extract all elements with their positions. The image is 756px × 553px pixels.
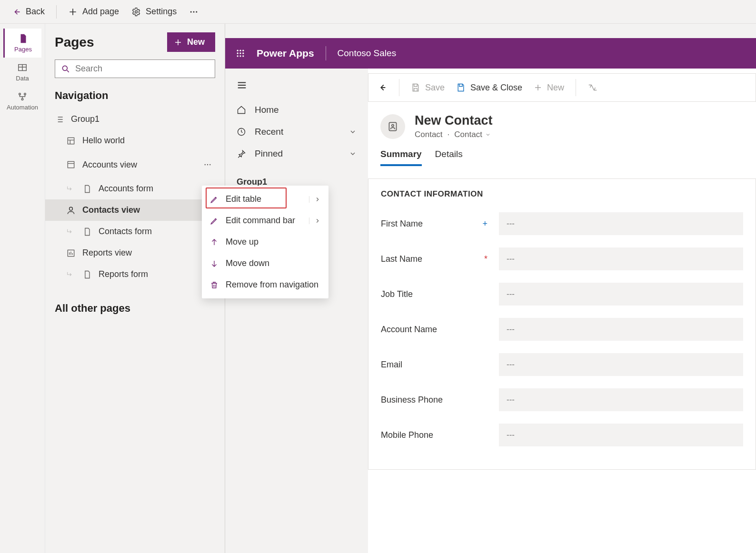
cm-edit-command-bar[interactable]: Edit command bar bbox=[202, 210, 328, 231]
pages-panel: Pages New Navigation Group1 Hello world … bbox=[45, 24, 225, 553]
sb-label: Home bbox=[255, 105, 279, 115]
person-icon bbox=[387, 120, 399, 133]
settings-button[interactable]: Settings bbox=[127, 4, 181, 20]
svg-point-6 bbox=[24, 93, 26, 95]
job-title-input[interactable] bbox=[499, 283, 743, 306]
chevron-right-icon bbox=[309, 217, 321, 224]
chevron-down-icon bbox=[349, 128, 357, 136]
nav-tree: Group1 Hello world Accounts view Acco bbox=[45, 109, 225, 285]
field-label: Business Phone bbox=[381, 395, 490, 405]
waffle-icon[interactable] bbox=[236, 49, 245, 58]
sub-indent-icon bbox=[66, 228, 74, 236]
cm-move-up[interactable]: Move up bbox=[202, 231, 328, 253]
mobile-phone-input[interactable] bbox=[499, 424, 743, 446]
chevron-down-icon bbox=[349, 150, 357, 158]
navigation-section-title: Navigation bbox=[45, 89, 225, 109]
field-label: Email bbox=[381, 360, 490, 370]
nav-item-hello-world[interactable]: Hello world bbox=[45, 130, 225, 151]
form-icon bbox=[82, 227, 92, 237]
cm-label: Remove from navigation bbox=[226, 280, 318, 290]
plus-icon bbox=[174, 38, 182, 47]
nav-item-more[interactable] bbox=[200, 157, 215, 172]
svg-point-20 bbox=[239, 52, 241, 54]
arrow-down-icon bbox=[209, 259, 219, 268]
svg-point-0 bbox=[135, 10, 138, 13]
new-page-button[interactable]: New bbox=[167, 32, 215, 52]
svg-point-1 bbox=[190, 11, 192, 12]
clock-icon bbox=[237, 127, 246, 137]
field-first-name: First Name + bbox=[381, 212, 743, 235]
cm-edit-table[interactable]: Edit table bbox=[202, 188, 328, 210]
svg-point-23 bbox=[239, 55, 241, 57]
email-input[interactable] bbox=[499, 353, 743, 376]
search-input-wrapper[interactable] bbox=[55, 59, 215, 78]
chevron-down-icon bbox=[485, 132, 491, 138]
first-name-input[interactable] bbox=[499, 212, 743, 235]
recommended-marker: + bbox=[482, 219, 487, 229]
top-toolbar: Back Add page Settings bbox=[0, 0, 756, 24]
record-entity: Contact bbox=[415, 130, 443, 139]
flow-icon bbox=[17, 91, 28, 102]
sub-indent-icon bbox=[66, 185, 74, 193]
cmd-save-close[interactable]: Save & Close bbox=[456, 83, 522, 93]
sb-label: Pinned bbox=[255, 148, 283, 159]
sb-home[interactable]: Home bbox=[225, 99, 368, 121]
pencil-icon bbox=[209, 195, 219, 204]
pin-icon bbox=[237, 149, 246, 158]
rail-data[interactable]: Data bbox=[3, 58, 41, 87]
cm-move-down[interactable]: Move down bbox=[202, 253, 328, 274]
search-icon bbox=[61, 64, 70, 74]
rail-pages[interactable]: Pages bbox=[3, 29, 41, 58]
cmd-divider bbox=[576, 79, 576, 96]
nav-item-contacts-view[interactable]: Contacts view bbox=[45, 199, 225, 221]
record-header: New Contact Contact · Contact bbox=[368, 110, 756, 139]
account-name-input[interactable] bbox=[499, 318, 743, 341]
last-name-input[interactable] bbox=[499, 247, 743, 270]
field-mobile-phone: Mobile Phone bbox=[381, 424, 743, 446]
table-icon bbox=[17, 62, 28, 73]
cm-remove[interactable]: Remove from navigation bbox=[202, 274, 328, 296]
label-text: First Name bbox=[381, 219, 423, 228]
pencil-icon bbox=[209, 216, 219, 226]
home-icon bbox=[237, 105, 246, 115]
rail-data-label: Data bbox=[16, 75, 29, 82]
record-sep: · bbox=[448, 130, 450, 139]
list-icon bbox=[55, 115, 64, 124]
flow-icon bbox=[587, 82, 598, 93]
nav-group[interactable]: Group1 bbox=[45, 109, 225, 130]
plus-icon bbox=[68, 7, 78, 17]
cmd-flow[interactable] bbox=[587, 82, 598, 93]
nav-item-accounts-form[interactable]: Accounts form bbox=[45, 178, 225, 199]
tab-details[interactable]: Details bbox=[435, 149, 463, 166]
svg-point-13 bbox=[209, 164, 210, 165]
hamburger-icon bbox=[237, 80, 247, 90]
cmd-label: Save bbox=[425, 83, 445, 93]
cmd-new[interactable]: New bbox=[534, 83, 564, 93]
record-form-selector[interactable]: Contact bbox=[454, 130, 491, 139]
more-button[interactable] bbox=[184, 4, 203, 20]
sb-recent[interactable]: Recent bbox=[225, 121, 368, 143]
cmd-save[interactable]: Save bbox=[411, 83, 445, 93]
save-icon bbox=[411, 83, 420, 92]
brand-label: Power Apps bbox=[257, 48, 314, 59]
sb-label: Recent bbox=[255, 127, 283, 137]
add-page-button[interactable]: Add page bbox=[63, 4, 124, 20]
nav-item-accounts-view[interactable]: Accounts view bbox=[45, 151, 225, 178]
hamburger-button[interactable] bbox=[225, 77, 368, 99]
tab-summary[interactable]: Summary bbox=[380, 149, 422, 166]
search-input[interactable] bbox=[75, 64, 209, 74]
back-button[interactable]: Back bbox=[7, 4, 50, 20]
cmd-back[interactable] bbox=[377, 82, 388, 93]
nav-item-reports-form[interactable]: Reports form bbox=[45, 264, 225, 285]
nav-item-label: Contacts form bbox=[99, 227, 152, 237]
svg-point-7 bbox=[21, 99, 23, 100]
record-tabs: Summary Details bbox=[368, 139, 756, 166]
trash-icon bbox=[209, 280, 219, 290]
rail-automation[interactable]: Automation bbox=[3, 87, 41, 116]
business-phone-input[interactable] bbox=[499, 388, 743, 411]
nav-item-label: Hello world bbox=[82, 136, 125, 146]
header-divider bbox=[326, 46, 326, 60]
nav-item-contacts-form[interactable]: Contacts form bbox=[45, 221, 225, 242]
sb-pinned[interactable]: Pinned bbox=[225, 143, 368, 165]
nav-item-reports-view[interactable]: Reports view bbox=[45, 242, 225, 264]
